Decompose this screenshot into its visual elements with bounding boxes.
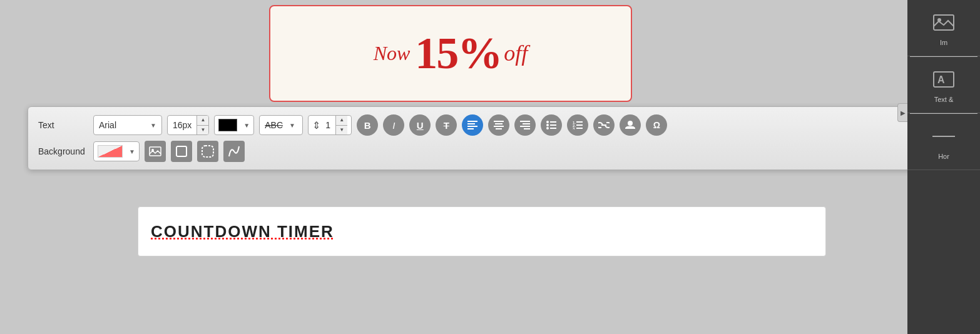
text-label: Text [38, 120, 88, 130]
content-area: COUNTDOWN TIMER [138, 206, 826, 256]
strikethrough-button[interactable]: T [436, 114, 457, 136]
svg-rect-19 [576, 121, 583, 123]
svg-rect-10 [520, 126, 530, 127]
italic-button[interactable]: I [383, 114, 404, 136]
svg-text:3.: 3. [573, 127, 576, 129]
collapse-arrow-icon: ▶ [901, 109, 906, 116]
right-panel-item-image[interactable]: Im [907, 0, 980, 56]
svg-rect-11 [524, 128, 530, 129]
line-height-arrows: ▲ ▼ [335, 115, 347, 135]
svg-rect-4 [494, 121, 504, 122]
svg-rect-15 [550, 124, 556, 126]
user-button[interactable] [620, 114, 641, 136]
svg-point-14 [546, 124, 549, 126]
text-panel-label: Text & [934, 96, 954, 103]
font-family-arrow-icon: ▼ [150, 122, 156, 129]
font-family-value: Arial [99, 120, 146, 130]
align-center-button[interactable] [488, 114, 509, 136]
svg-rect-13 [550, 121, 556, 123]
toolbar-row-background: Background ▼ [38, 141, 906, 162]
font-size-input[interactable]: 16px ▲ ▼ [167, 115, 209, 135]
horizontal-panel-icon [931, 124, 956, 149]
line-height-up-button[interactable]: ▲ [336, 115, 347, 126]
canvas-area: Now 15% off Text Arial ▼ 16px ▲ ▼ [0, 0, 907, 334]
svg-text:A: A [937, 74, 945, 85]
unordered-list-button[interactable] [541, 114, 562, 136]
line-height-icon: ⇕ [312, 119, 320, 131]
line-height-value: 1 [323, 120, 333, 130]
svg-rect-1 [467, 123, 475, 124]
text-transform-arrow-icon: ▼ [289, 122, 295, 129]
svg-point-12 [546, 121, 549, 123]
bg-swatch-diagonal [98, 145, 123, 158]
font-size-arrows: ▲ ▼ [197, 116, 208, 134]
sale-percent-text: 15% [415, 28, 501, 79]
svg-rect-34 [932, 136, 955, 137]
svg-rect-23 [576, 128, 583, 129]
toolbar-panel: Text Arial ▼ 16px ▲ ▼ ▼ ABC [28, 106, 916, 170]
line-height-down-button[interactable]: ▼ [336, 126, 347, 136]
bg-color-arrow-icon: ▼ [129, 148, 135, 155]
text-transform-select[interactable]: ABC ▼ [259, 115, 303, 135]
right-panel-item-horizontal[interactable]: Hor [907, 114, 980, 170]
font-size-up-button[interactable]: ▲ [197, 116, 208, 126]
background-rounded-button[interactable] [197, 141, 218, 162]
background-color-swatch [98, 145, 123, 158]
font-size-value: 16px [168, 120, 197, 130]
bold-button[interactable]: B [357, 114, 378, 136]
svg-rect-3 [467, 128, 474, 129]
sale-now-text: Now [374, 42, 411, 65]
svg-rect-17 [550, 128, 556, 129]
image-panel-icon [931, 10, 956, 35]
sale-off-text: off [504, 40, 528, 66]
toolbar-row-text: Text Arial ▼ 16px ▲ ▼ ▼ ABC [38, 114, 906, 136]
horizontal-panel-label: Hor [938, 153, 949, 160]
svg-rect-2 [467, 126, 477, 127]
link-button[interactable] [593, 114, 615, 136]
svg-rect-7 [496, 128, 502, 129]
svg-point-25 [628, 121, 633, 126]
text-panel-icon: A [931, 67, 956, 92]
background-color-picker[interactable]: ▼ [93, 141, 140, 161]
svg-rect-21 [576, 124, 583, 126]
right-panel: Im A Text & Hor [907, 0, 980, 334]
align-right-button[interactable] [514, 114, 536, 136]
svg-rect-9 [523, 123, 530, 124]
font-family-select[interactable]: Arial ▼ [93, 115, 162, 135]
text-color-picker[interactable]: ▼ [214, 115, 254, 135]
sale-image-container: Now 15% off [263, 0, 638, 106]
countdown-timer-text: COUNTDOWN TIMER [151, 222, 334, 241]
background-image-button[interactable] [145, 141, 166, 162]
underline-button[interactable]: U [409, 114, 431, 136]
align-left-button[interactable] [462, 114, 483, 136]
svg-point-16 [546, 127, 549, 129]
background-label: Background [38, 146, 88, 156]
panel-collapse-button[interactable]: ▶ [897, 103, 907, 122]
background-curve-button[interactable] [223, 141, 245, 162]
svg-rect-29 [202, 146, 213, 157]
image-panel-label: Im [940, 39, 947, 46]
font-size-down-button[interactable]: ▼ [197, 126, 208, 135]
svg-rect-8 [520, 121, 530, 122]
line-height-control[interactable]: ⇕ 1 ▲ ▼ [308, 115, 352, 135]
svg-rect-0 [467, 121, 477, 122]
svg-rect-26 [150, 147, 161, 156]
sale-banner: Now 15% off [269, 5, 632, 102]
special-chars-button[interactable]: Ω [646, 114, 667, 136]
text-color-swatch [218, 119, 237, 131]
right-panel-item-text[interactable]: A Text & [907, 57, 980, 113]
svg-rect-5 [495, 123, 503, 124]
ordered-list-button[interactable]: 1. 2. 3. [567, 114, 588, 136]
color-picker-arrow-icon: ▼ [243, 122, 250, 129]
svg-rect-6 [494, 126, 504, 127]
text-transform-value: ABC [265, 120, 283, 130]
background-rectangle-button[interactable] [171, 141, 192, 162]
svg-rect-28 [176, 146, 186, 156]
